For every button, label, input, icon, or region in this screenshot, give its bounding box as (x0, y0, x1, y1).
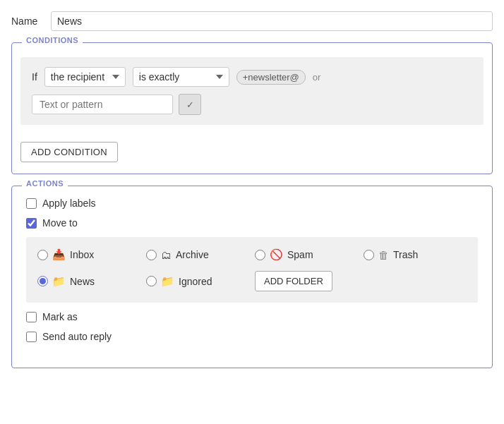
folder-label-news: News (70, 276, 95, 287)
name-label: Name (11, 16, 40, 27)
news-folder-icon: 📁 (52, 275, 66, 288)
recipient-select[interactable]: the recipient the sender the subject the… (44, 67, 126, 87)
apply-labels-row: Apply labels (26, 198, 478, 209)
mark-as-label: Mark as (42, 311, 78, 322)
name-row: Name (11, 11, 493, 31)
check-icon: ✓ (186, 99, 194, 110)
move-to-checkbox[interactable] (26, 218, 37, 229)
folder-item-ignored: 📁 Ignored (146, 271, 249, 291)
actions-section: ACTIONS Apply labels Move to 📥 Inbox (11, 186, 493, 368)
conditions-title: CONDITIONS (22, 36, 83, 44)
pattern-input[interactable] (32, 95, 173, 114)
condition-type-select[interactable]: is exactly contains does not contain mat… (133, 67, 229, 87)
apply-labels-checkbox[interactable] (26, 198, 37, 209)
if-label: If (32, 71, 37, 83)
send-auto-reply-label: Send auto reply (42, 331, 112, 342)
conditions-section: CONDITIONS If the recipient the sender t… (11, 42, 493, 174)
folder-radio-ignored[interactable] (146, 276, 157, 286)
inbox-icon: 📥 (52, 248, 66, 261)
tag-badge: +newsletter@ (236, 70, 306, 85)
folder-item-inbox: 📥 Inbox (37, 248, 140, 261)
add-condition-button[interactable]: ADD CONDITION (20, 142, 118, 162)
archive-icon: 🗂 (161, 249, 172, 261)
folder-radio-news[interactable] (37, 276, 48, 286)
actions-title: ACTIONS (22, 179, 68, 188)
folder-label-ignored: Ignored (179, 276, 212, 287)
apply-labels-label: Apply labels (42, 198, 96, 209)
folder-item-archive: 🗂 Archive (146, 248, 249, 261)
folder-radio-trash[interactable] (364, 250, 374, 260)
move-to-label: Move to (42, 217, 78, 229)
move-to-row: Move to (26, 217, 478, 229)
ignored-folder-icon: 📁 (161, 275, 174, 288)
folder-item-trash: 🗑 Trash (364, 248, 467, 261)
or-text: or (313, 72, 321, 83)
folder-radio-archive[interactable] (146, 250, 157, 260)
folder-item-spam: 🚫 Spam (255, 248, 358, 261)
folder-item-news: 📁 News (37, 271, 140, 291)
mark-as-checkbox[interactable] (26, 312, 37, 322)
send-auto-reply-checkbox[interactable] (26, 332, 37, 342)
folders-grid-row2: 📁 News 📁 Ignored ADD FOLDER (37, 271, 467, 291)
trash-icon: 🗑 (378, 249, 389, 261)
send-auto-reply-row: Send auto reply (26, 331, 478, 342)
folder-radio-spam[interactable] (255, 250, 265, 260)
folder-label-inbox: Inbox (70, 249, 94, 260)
folder-label-archive: Archive (176, 249, 209, 260)
folder-label-spam: Spam (287, 249, 313, 260)
mark-as-row: Mark as (26, 311, 478, 322)
check-button[interactable]: ✓ (179, 94, 201, 115)
folder-radio-inbox[interactable] (37, 250, 48, 260)
spam-icon: 🚫 (270, 248, 283, 261)
folder-label-trash: Trash (393, 249, 418, 260)
folders-grid-row1: 📥 Inbox 🗂 Archive 🚫 Spam (37, 248, 467, 261)
add-folder-button[interactable]: ADD FOLDER (255, 271, 332, 291)
name-input[interactable] (51, 11, 493, 31)
condition-row: If the recipient the sender the subject … (32, 67, 472, 87)
folders-box: 📥 Inbox 🗂 Archive 🚫 Spam (26, 237, 478, 303)
conditions-inner: If the recipient the sender the subject … (20, 57, 484, 125)
pattern-row: ✓ (32, 94, 472, 115)
actions-inner: Apply labels Move to 📥 Inbox 🗂 Archive (12, 186, 492, 356)
